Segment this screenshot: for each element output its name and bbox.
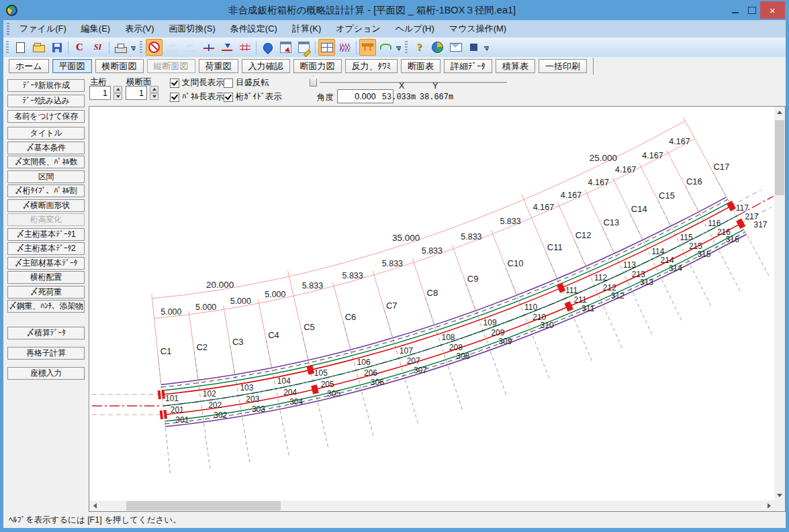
no-display-icon [148, 42, 160, 53]
toolbar-print-icon[interactable] [112, 39, 129, 56]
plan-canvas[interactable]: C1C2C3C4C5C6C7C8C9C10C11C12C13C14C15C16C… [89, 107, 774, 500]
minimize-button[interactable] [727, 1, 743, 19]
toolbar-window-edit-icon[interactable] [295, 39, 312, 56]
toolbar-table-view-icon[interactable] [318, 39, 335, 56]
version-icon [470, 44, 477, 51]
menu-item[interactable]: マウス操作(M) [442, 20, 514, 38]
cross-frame-label: C15 [659, 191, 675, 201]
checkbox-桁ｶﾞｲﾄﾞ表示[interactable] [224, 93, 233, 102]
spin-down-icon[interactable] [113, 93, 122, 100]
title-bar: 非合成鈑桁箱桁の概略設計計算 - [平面図 _ 箱桁-1BOX３径間.ea1] … [0, 0, 789, 20]
scroll-down-icon[interactable] [774, 490, 785, 500]
tab-一括印刷[interactable]: 一括印刷 [539, 59, 587, 73]
tab-横断面図[interactable]: 横断面図 [95, 59, 144, 73]
checkbox-ﾊﾟﾈﾙ長表示[interactable] [170, 93, 179, 102]
toolbar-help-icon[interactable]: ? [411, 39, 428, 56]
menu-item[interactable]: 編集(E) [74, 20, 118, 38]
tab-ホーム[interactable]: ホーム [9, 59, 49, 73]
overflow-chevron-icon[interactable] [395, 40, 402, 55]
sidebar-item-〆主桁基本ﾃﾞｰﾀ1[interactable]: 〆主桁基本ﾃﾞｰﾀ1 [7, 228, 85, 241]
menu-item[interactable]: ファイル(F) [12, 20, 74, 38]
sidebar-item-ﾃﾞｰﾀ読み込み[interactable]: ﾃﾞｰﾀ読み込み [7, 95, 85, 107]
tab-縦断面図[interactable]: 縦断面図 [147, 59, 195, 73]
toolbar-si-units-icon[interactable]: SI [89, 39, 106, 56]
straight-girder-icon [362, 44, 373, 51]
spin-up-icon[interactable] [113, 86, 122, 93]
print-icon [115, 47, 127, 53]
girder-spinner[interactable] [113, 86, 122, 100]
section-spinner[interactable] [150, 86, 158, 100]
scroll-right-icon[interactable] [763, 500, 774, 511]
sidebar-item-〆積算ﾃﾞｰﾀ[interactable]: 〆積算ﾃﾞｰﾀ [7, 327, 85, 339]
scale-slider-track[interactable] [320, 82, 507, 84]
vertical-scroll-thumb[interactable] [775, 120, 784, 195]
menu-item[interactable]: オプション [328, 20, 388, 38]
menu-item[interactable]: 条件設定(C) [223, 20, 285, 38]
horizontal-scrollbar[interactable] [89, 500, 774, 511]
toolbar-span-dim-icon[interactable] [200, 39, 217, 56]
menu-item[interactable]: 表示(V) [118, 20, 161, 38]
cross-frame-label: C3 [232, 337, 244, 347]
window-edit-icon [298, 42, 310, 53]
menu-item[interactable]: 計算(K) [285, 20, 328, 38]
menu-item[interactable]: 画面切換(S) [162, 20, 223, 38]
toolbar-new-file-icon[interactable] [12, 39, 29, 56]
close-button[interactable]: × [760, 1, 785, 19]
toolbar-no-display-icon[interactable] [146, 39, 163, 56]
toolbar-save-icon[interactable] [48, 39, 65, 56]
tab-反力、ﾀﾜﾐ[interactable]: 反力、ﾀﾜﾐ [345, 59, 398, 73]
toolbar-mesh-view-icon[interactable] [336, 39, 353, 56]
sidebar-item-〆死荷重[interactable]: 〆死荷重 [7, 286, 85, 299]
checkbox-支間長表示[interactable] [170, 78, 179, 88]
toolbar-ghost-dim-icon[interactable] [164, 39, 181, 56]
scale-slider-thumb[interactable] [310, 76, 317, 87]
spin-down-icon[interactable] [150, 93, 158, 100]
scroll-up-icon[interactable] [774, 107, 785, 117]
sidebar-item-区間[interactable]: 区間 [7, 170, 85, 183]
scroll-left-icon[interactable] [89, 500, 100, 511]
tab-平面図[interactable]: 平面図 [52, 59, 92, 73]
sidebar-item-〆支間長、ﾊﾟﾈﾙ数[interactable]: 〆支間長、ﾊﾟﾈﾙ数 [7, 156, 85, 168]
girder-input[interactable] [89, 86, 111, 100]
section-input[interactable] [126, 86, 147, 100]
overflow-chevron-icon[interactable] [483, 40, 490, 55]
sidebar-item-〆基本条件[interactable]: 〆基本条件 [7, 142, 85, 154]
sidebar-item-タイトル[interactable]: タイトル [7, 127, 85, 140]
ghost-dim-icon [185, 43, 195, 52]
spin-up-icon[interactable] [150, 86, 158, 93]
tab-断面表[interactable]: 断面表 [401, 59, 440, 73]
toolbar-c-standard-icon[interactable]: C [71, 39, 88, 56]
toolbar-panel-dim-icon[interactable] [236, 39, 253, 56]
sidebar-item-横桁配置[interactable]: 横桁配置 [7, 271, 85, 284]
tab-断面力図[interactable]: 断面力図 [293, 59, 342, 73]
maximize-button[interactable] [743, 1, 760, 19]
sidebar-item-ﾃﾞｰﾀ新規作成[interactable]: ﾃﾞｰﾀ新規作成 [7, 79, 85, 92]
tab-荷重図[interactable]: 荷重図 [199, 59, 238, 73]
tab-積算表[interactable]: 積算表 [496, 59, 535, 73]
toolbar-version-icon[interactable] [465, 39, 482, 56]
toolbar-zoom-tool-icon[interactable] [259, 39, 276, 56]
checkbox-目盛反転[interactable] [224, 78, 233, 88]
overflow-chevron-icon[interactable] [130, 40, 137, 55]
sidebar-item-座標入力[interactable]: 座標入力 [7, 367, 85, 380]
toolbar-window-export-icon[interactable] [277, 39, 294, 56]
sidebar-item-名前をつけて保存[interactable]: 名前をつけて保存 [7, 110, 85, 123]
sidebar-item-〆鋼重、ﾊﾝﾁ、添架物[interactable]: 〆鋼重、ﾊﾝﾁ、添架物 [7, 300, 85, 313]
sidebar-item-〆横断面形状[interactable]: 〆横断面形状 [7, 199, 85, 212]
vertical-scrollbar[interactable] [774, 107, 785, 500]
sidebar-item-〆主部材基本ﾃﾞｰﾀ[interactable]: 〆主部材基本ﾃﾞｰﾀ [7, 257, 85, 270]
toolbar-girder-pick-icon[interactable] [218, 39, 235, 56]
toolbar-ghost-dim-icon[interactable] [182, 39, 199, 56]
toolbar-web-icon[interactable] [429, 39, 446, 56]
tab-詳細ﾃﾞｰﾀ[interactable]: 詳細ﾃﾞｰﾀ [444, 59, 492, 73]
menu-item[interactable]: ヘルプ(H) [388, 20, 442, 38]
toolbar-straight-girder-icon[interactable] [359, 39, 376, 56]
sidebar-item-〆主桁基本ﾃﾞｰﾀ2[interactable]: 〆主桁基本ﾃﾞｰﾀ2 [7, 242, 85, 255]
sidebar-item-再格子計算[interactable]: 再格子計算 [7, 347, 85, 360]
horizontal-scroll-thumb[interactable] [126, 501, 281, 511]
toolbar-mail-icon[interactable] [447, 39, 464, 56]
toolbar-open-folder-icon[interactable] [30, 39, 47, 56]
toolbar-curved-girder-icon[interactable] [377, 39, 394, 56]
tab-入力確認[interactable]: 入力確認 [242, 59, 290, 73]
sidebar-item-〆桁ﾀｲﾌﾟ、ﾊﾟﾈﾙ割[interactable]: 〆桁ﾀｲﾌﾟ、ﾊﾟﾈﾙ割 [7, 184, 85, 197]
